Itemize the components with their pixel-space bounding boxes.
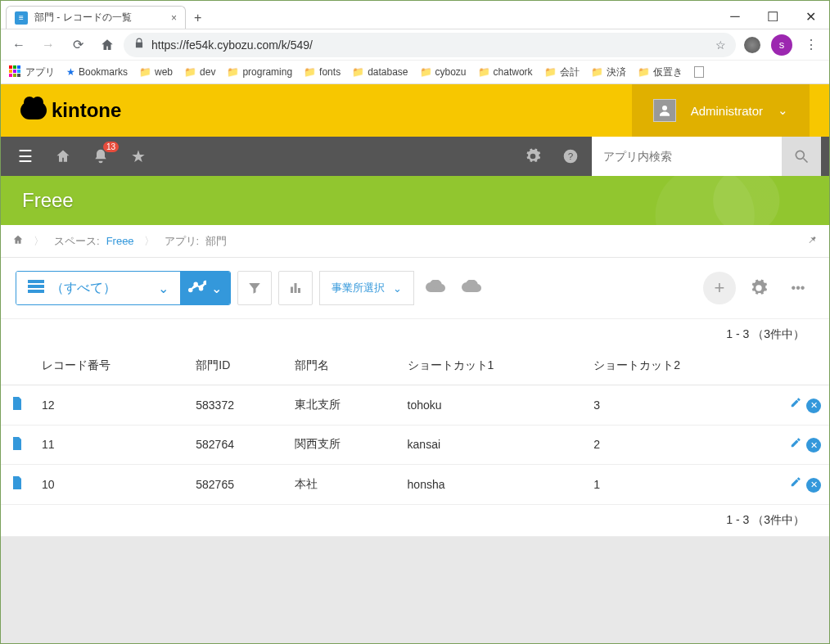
table-row[interactable]: 10582765本社honsha1✕ [1, 465, 829, 505]
bookmark-item[interactable]: 📁programing [227, 66, 292, 78]
crumb-sep-icon: 〉 [30, 234, 47, 249]
cloud-download-icon[interactable] [421, 273, 450, 303]
cell-dept-id: 583372 [187, 385, 286, 426]
record-icon[interactable] [11, 439, 23, 453]
bookmark-item[interactable]: 📁fonts [304, 66, 341, 78]
window-minimize-icon[interactable]: ─ [716, 4, 754, 29]
biz-select-label: 事業所選択 [332, 281, 385, 295]
cell-dept-id: 582765 [187, 465, 286, 505]
graph-icon [188, 279, 206, 297]
bookmark-item[interactable]: 📁仮置き [638, 65, 683, 79]
svg-rect-12 [291, 287, 293, 294]
bookmark-item[interactable]: 📁web [139, 66, 173, 78]
search-icon[interactable] [782, 137, 821, 176]
nav-reload-icon[interactable]: ⟳ [65, 32, 91, 58]
profile-avatar[interactable]: s [769, 32, 795, 58]
bookmark-bar: アプリ ★Bookmarks 📁web 📁dev 📁programing 📁fo… [1, 60, 829, 84]
apps-button[interactable]: アプリ [9, 65, 55, 79]
cell-shortcut2: 1 [585, 465, 772, 505]
app-nav: ☰ 13 ★ ? [1, 137, 829, 176]
nav-forward-icon[interactable]: → [35, 32, 61, 58]
breadcrumb: 〉 スペース: Freee 〉 アプリ: 部門 [1, 225, 829, 258]
window-maximize-icon[interactable]: ☐ [754, 4, 792, 29]
svg-rect-7 [28, 290, 44, 293]
bookmark-item[interactable]: ★Bookmarks [66, 66, 128, 78]
kintone-header: kintone Administrator ⌄ [1, 84, 829, 137]
chart-icon[interactable] [278, 271, 313, 305]
browser-toolbar: ← → ⟳ https://fe54k.cybozu.com/k/549/ ☆ … [1, 29, 829, 60]
settings-gear-icon[interactable] [742, 272, 775, 304]
browser-menu-icon[interactable]: ⋮ [798, 32, 824, 58]
col-dept-name[interactable]: 部門名 [286, 347, 399, 385]
browser-titlebar: ≡ 部門 - レコードの一覧 × + ─ ☐ ✕ [1, 1, 829, 29]
svg-text:?: ? [568, 151, 574, 161]
user-name: Administrator [691, 104, 763, 118]
business-selector[interactable]: 事業所選択 ⌄ [319, 271, 414, 305]
add-record-button[interactable]: + [703, 272, 736, 304]
tab-close-icon[interactable]: × [171, 12, 177, 24]
bookmark-item[interactable]: 📁database [352, 66, 408, 78]
cell-dept-name: 関西支所 [286, 425, 399, 465]
crumb-space-label: スペース: [54, 234, 100, 249]
delete-icon[interactable]: ✕ [806, 399, 821, 413]
crumb-sep-icon: 〉 [141, 234, 158, 249]
cell-shortcut1: kansai [399, 425, 586, 465]
record-icon[interactable] [11, 479, 23, 492]
bell-icon[interactable]: 13 [84, 140, 117, 173]
gear-icon[interactable] [516, 140, 549, 173]
crumb-home-icon[interactable] [12, 234, 24, 248]
nav-back-icon[interactable]: ← [6, 32, 32, 58]
chevron-down-icon: ⌄ [211, 281, 222, 296]
delete-icon[interactable]: ✕ [806, 438, 821, 453]
bookmark-item[interactable]: 📁決済 [591, 65, 626, 79]
table-view-icon [28, 280, 44, 296]
graph-view-button[interactable]: ⌄ [180, 272, 230, 304]
omnibox[interactable]: https://fe54k.cybozu.com/k/549/ ☆ [124, 33, 736, 57]
user-avatar-icon [653, 99, 676, 122]
edit-icon[interactable] [790, 477, 801, 490]
nav-home-icon[interactable] [94, 32, 120, 58]
col-dept-id[interactable]: 部門ID [187, 347, 286, 385]
user-menu[interactable]: Administrator ⌄ [632, 84, 810, 137]
extension-icon[interactable] [739, 32, 765, 58]
bookmark-blank-icon[interactable] [694, 66, 704, 78]
col-shortcut2[interactable]: ショートカット2 [585, 347, 772, 385]
filter-icon[interactable] [237, 271, 272, 305]
chevron-down-icon: ⌄ [393, 282, 402, 295]
table-row[interactable]: 12583372東北支所tohoku3✕ [1, 385, 829, 426]
view-selector[interactable]: （すべて） ⌄ ⌄ [16, 271, 231, 305]
edit-icon[interactable] [790, 438, 801, 451]
cell-dept-name: 本社 [286, 465, 399, 505]
more-icon[interactable]: ••• [782, 272, 814, 304]
browser-tab[interactable]: ≡ 部門 - レコードの一覧 × [6, 6, 186, 29]
tab-favicon-icon: ≡ [15, 11, 28, 25]
menu-hamburger-icon[interactable]: ☰ [9, 140, 42, 173]
cell-record-no: 12 [34, 385, 187, 426]
bookmark-item[interactable]: 📁chatwork [478, 66, 533, 78]
star-icon[interactable]: ★ [122, 140, 155, 173]
search-input[interactable] [592, 150, 782, 163]
col-shortcut1[interactable]: ショートカット1 [399, 347, 586, 385]
help-icon[interactable]: ? [554, 140, 587, 173]
col-record-no[interactable]: レコード番号 [34, 347, 187, 385]
home-icon[interactable] [47, 140, 79, 173]
bookmark-star-icon[interactable]: ☆ [715, 38, 726, 52]
bookmark-item[interactable]: 📁会計 [544, 65, 580, 79]
new-tab-button[interactable]: + [186, 7, 210, 29]
svg-rect-14 [298, 288, 300, 293]
bookmark-item[interactable]: 📁cybozu [420, 66, 467, 78]
cell-dept-name: 東北支所 [286, 385, 399, 426]
bookmark-item[interactable]: 📁dev [184, 66, 215, 78]
cloud-upload-icon[interactable] [457, 273, 486, 303]
svg-point-0 [662, 106, 667, 110]
app-title-band: Freee [1, 176, 829, 225]
table-row[interactable]: 11582764関西支所kansai2✕ [1, 425, 829, 465]
record-icon[interactable] [11, 399, 23, 412]
edit-icon[interactable] [790, 398, 801, 411]
window-close-icon[interactable]: ✕ [792, 4, 829, 29]
kintone-logo[interactable]: kintone [20, 99, 121, 122]
crumb-space-link[interactable]: Freee [106, 235, 134, 247]
cell-record-no: 11 [34, 425, 187, 465]
pin-icon[interactable] [806, 234, 818, 248]
delete-icon[interactable]: ✕ [806, 478, 821, 493]
